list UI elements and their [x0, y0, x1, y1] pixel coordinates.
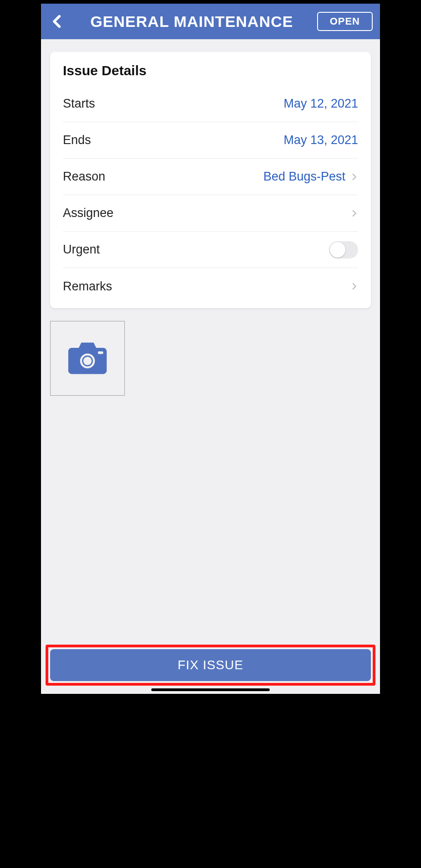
- footer: FIX ISSUE: [41, 638, 380, 694]
- chevron-right-icon: [350, 170, 358, 183]
- chevron-right-icon: [350, 207, 358, 220]
- row-remarks[interactable]: Remarks: [63, 268, 358, 305]
- row-value: May 13, 2021: [283, 133, 358, 147]
- camera-icon: [67, 340, 108, 377]
- page-title: GENERAL MAINTENANCE: [72, 13, 312, 31]
- chevron-right-icon: [350, 280, 358, 293]
- row-label: Starts: [63, 97, 95, 111]
- chevron-left-icon: [50, 14, 65, 29]
- app-header: GENERAL MAINTENANCE OPEN: [41, 4, 380, 39]
- row-urgent: Urgent: [63, 232, 358, 268]
- back-button[interactable]: [48, 12, 67, 31]
- row-label: Urgent: [63, 243, 100, 257]
- row-label: Ends: [63, 133, 91, 147]
- row-label: Assignee: [63, 206, 113, 220]
- content-area: Issue Details Starts May 12, 2021 Ends M…: [41, 39, 380, 638]
- row-reason[interactable]: Reason Bed Bugs-Pest: [63, 159, 358, 195]
- row-value: May 12, 2021: [283, 97, 358, 111]
- card-title: Issue Details: [63, 63, 358, 78]
- open-button[interactable]: OPEN: [317, 12, 373, 31]
- fix-highlight: FIX ISSUE: [46, 645, 375, 686]
- fix-issue-button[interactable]: FIX ISSUE: [50, 649, 371, 681]
- urgent-toggle[interactable]: [329, 241, 358, 258]
- row-label: Reason: [63, 170, 105, 184]
- issue-details-card: Issue Details Starts May 12, 2021 Ends M…: [50, 52, 371, 308]
- svg-rect-4: [98, 351, 103, 354]
- row-starts[interactable]: Starts May 12, 2021: [63, 86, 358, 122]
- row-ends[interactable]: Ends May 13, 2021: [63, 122, 358, 159]
- home-indicator: [151, 688, 270, 691]
- row-value: Bed Bugs-Pest: [263, 170, 345, 184]
- row-label: Remarks: [63, 279, 112, 294]
- toggle-knob: [330, 242, 345, 258]
- add-photo-button[interactable]: [50, 321, 125, 396]
- row-assignee[interactable]: Assignee: [63, 195, 358, 232]
